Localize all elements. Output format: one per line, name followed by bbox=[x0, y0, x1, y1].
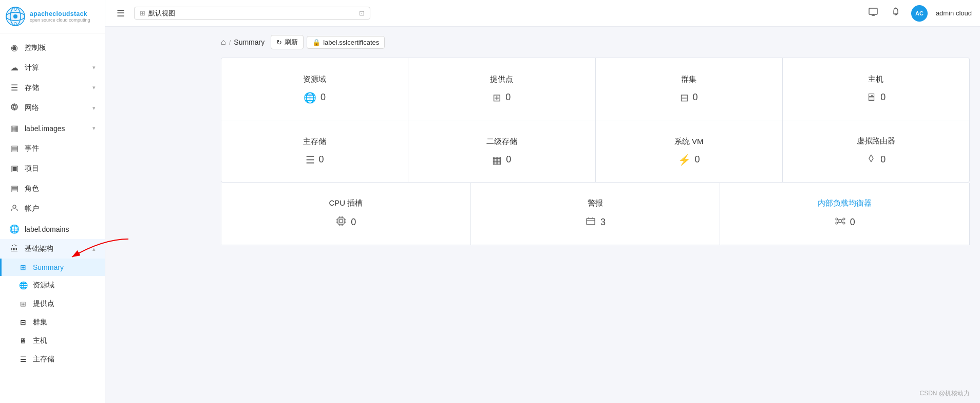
hosts-count: 0 bbox=[880, 92, 885, 103]
sidebar-subitem-label: 资源域 bbox=[33, 281, 54, 290]
sidebar-item-label: label.images bbox=[25, 124, 65, 133]
sidebar-subitem-clusters[interactable]: ⊟ 群集 bbox=[0, 313, 105, 332]
chevron-up-icon: ▴ bbox=[92, 246, 96, 252]
screen-icon[interactable] bbox=[866, 5, 880, 22]
clusters-count: 0 bbox=[693, 92, 698, 103]
summary-icon: ⊞ bbox=[18, 263, 28, 271]
card-system-vm[interactable]: 系统 VM ⚡ 0 bbox=[596, 120, 782, 182]
app-logo-icon bbox=[5, 6, 26, 27]
card-pods-value: ⊞ 0 bbox=[493, 91, 511, 104]
lb-card-icon bbox=[835, 215, 846, 229]
card-virtual-router[interactable]: 虚拟路由器 0 bbox=[783, 120, 969, 182]
card-zones-title: 资源域 bbox=[303, 75, 326, 84]
svg-point-8 bbox=[13, 205, 16, 208]
watermark: CSDN @机核动力 bbox=[919, 389, 970, 398]
card-clusters-title: 群集 bbox=[681, 75, 696, 84]
cpu-slots-card-icon bbox=[335, 215, 347, 229]
sidebar-item-label: 网络 bbox=[25, 103, 39, 113]
card-primary-storage-title: 主存储 bbox=[303, 137, 326, 146]
sidebar-subitem-zones[interactable]: 🌐 资源域 bbox=[0, 276, 105, 295]
cpu-slots-count: 0 bbox=[351, 217, 356, 228]
username[interactable]: admin cloud bbox=[936, 9, 972, 17]
card-system-vm-title: 系统 VM bbox=[674, 137, 704, 146]
sidebar-item-network[interactable]: 网络 ▾ bbox=[0, 98, 105, 118]
sidebar: apachecloudstack open source cloud compu… bbox=[0, 0, 105, 403]
card-lb-title: 内部负载均衡器 bbox=[818, 198, 872, 208]
card-primary-storage[interactable]: 主存储 ☰ 0 bbox=[221, 120, 408, 182]
card-hosts[interactable]: 主机 🖥 0 bbox=[783, 58, 969, 120]
card-virtual-router-title: 虚拟路由器 bbox=[857, 136, 895, 146]
svg-line-34 bbox=[841, 222, 843, 223]
lb-count: 0 bbox=[850, 217, 855, 228]
network-icon bbox=[9, 103, 20, 113]
svg-line-31 bbox=[838, 219, 839, 221]
svg-rect-9 bbox=[869, 8, 877, 14]
expand-icon[interactable]: ⊡ bbox=[359, 9, 365, 17]
zones-icon: 🌐 bbox=[18, 281, 28, 289]
menu-toggle-icon[interactable]: ☰ bbox=[114, 6, 128, 21]
sidebar-item-compute[interactable]: ☁ 计算 ▾ bbox=[0, 58, 105, 78]
images-icon: ▦ bbox=[9, 123, 20, 133]
sidebar-item-label: 项目 bbox=[25, 164, 39, 173]
sidebar-item-label: 角色 bbox=[25, 184, 39, 193]
breadcrumb-current: Summary bbox=[234, 38, 265, 46]
lock-icon: 🔒 bbox=[312, 39, 321, 46]
primary-storage-card-icon: ☰ bbox=[306, 154, 315, 166]
zones-count: 0 bbox=[321, 92, 326, 103]
card-zones[interactable]: 资源域 🌐 0 bbox=[221, 58, 408, 120]
breadcrumb-home[interactable]: ⌂ bbox=[221, 38, 226, 47]
sidebar-subitem-label: Summary bbox=[33, 263, 64, 271]
card-pods[interactable]: 提供点 ⊞ 0 bbox=[408, 58, 595, 120]
ssl-label: label.sslcertificates bbox=[323, 39, 379, 46]
sidebar-item-storage[interactable]: ☰ 存储 ▾ bbox=[0, 78, 105, 98]
card-cpu-slots-value: 0 bbox=[335, 215, 356, 229]
svg-point-5 bbox=[14, 23, 17, 25]
secondary-storage-count: 0 bbox=[506, 154, 511, 165]
card-alerts-value: 3 bbox=[585, 215, 606, 229]
refresh-button[interactable]: ↻ 刷新 bbox=[271, 35, 304, 49]
sidebar-item-accounts[interactable]: 帐户 bbox=[0, 198, 105, 219]
refresh-label: 刷新 bbox=[285, 38, 298, 47]
virtual-router-count: 0 bbox=[880, 154, 885, 165]
sidebar-subitem-pods[interactable]: ⊞ 提供点 bbox=[0, 295, 105, 313]
card-clusters[interactable]: 群集 ⊟ 0 bbox=[596, 58, 782, 120]
notification-icon[interactable] bbox=[889, 5, 903, 22]
avatar[interactable]: AC bbox=[911, 5, 928, 22]
sidebar-subitem-primary-storage[interactable]: ☰ 主存储 bbox=[0, 350, 105, 369]
search-input[interactable] bbox=[148, 9, 356, 17]
main-content: ⌂ / Summary ↻ 刷新 🔒 label.sslcertificates… bbox=[211, 27, 980, 403]
domains-icon: 🌐 bbox=[9, 224, 20, 234]
search-box[interactable]: ⊞ ⊡ bbox=[134, 7, 370, 20]
svg-rect-25 bbox=[587, 218, 595, 225]
svg-point-7 bbox=[11, 104, 17, 110]
sidebar-item-label: label.domains bbox=[25, 225, 69, 233]
ssl-button[interactable]: 🔒 label.sslcertificates bbox=[307, 36, 385, 49]
sidebar-item-roles[interactable]: ▤ 角色 bbox=[0, 178, 105, 198]
svg-point-3 bbox=[13, 14, 17, 19]
sidebar-subitem-summary[interactable]: ⊞ Summary bbox=[0, 259, 105, 276]
cards-grid-top: 资源域 🌐 0 提供点 ⊞ 0 群集 ⊟ 0 主机 🖥 0 bbox=[221, 58, 970, 182]
sidebar-item-domains[interactable]: 🌐 label.domains bbox=[0, 219, 105, 239]
sidebar-subitem-hosts[interactable]: 🖥 主机 bbox=[0, 332, 105, 350]
svg-line-33 bbox=[841, 219, 843, 221]
svg-line-32 bbox=[838, 222, 839, 223]
pods-card-icon: ⊞ bbox=[493, 91, 501, 104]
sidebar-item-infra[interactable]: 🏛 基础架构 ▴ bbox=[0, 239, 105, 259]
svg-rect-12 bbox=[340, 219, 343, 223]
card-cpu-slots[interactable]: CPU 插槽 0 bbox=[221, 183, 470, 245]
sidebar-item-images[interactable]: ▦ label.images ▾ bbox=[0, 118, 105, 138]
card-secondary-storage-value: ▦ 0 bbox=[492, 154, 511, 166]
hosts-icon: 🖥 bbox=[18, 337, 28, 345]
card-alerts[interactable]: 警报 3 bbox=[471, 183, 720, 245]
clusters-icon: ⊟ bbox=[18, 318, 28, 326]
sidebar-item-events[interactable]: ▤ 事件 bbox=[0, 138, 105, 158]
svg-point-30 bbox=[843, 222, 845, 224]
secondary-storage-card-icon: ▦ bbox=[492, 154, 502, 166]
chevron-down-icon: ▾ bbox=[92, 125, 96, 132]
sidebar-item-projects[interactable]: ▣ 项目 bbox=[0, 158, 105, 178]
card-lb[interactable]: 内部负载均衡器 0 bbox=[720, 183, 969, 245]
sidebar-item-dashboard[interactable]: ◉ 控制板 bbox=[0, 38, 105, 58]
card-hosts-title: 主机 bbox=[868, 75, 883, 84]
projects-icon: ▣ bbox=[9, 163, 20, 173]
card-secondary-storage[interactable]: 二级存储 ▦ 0 bbox=[408, 120, 595, 182]
